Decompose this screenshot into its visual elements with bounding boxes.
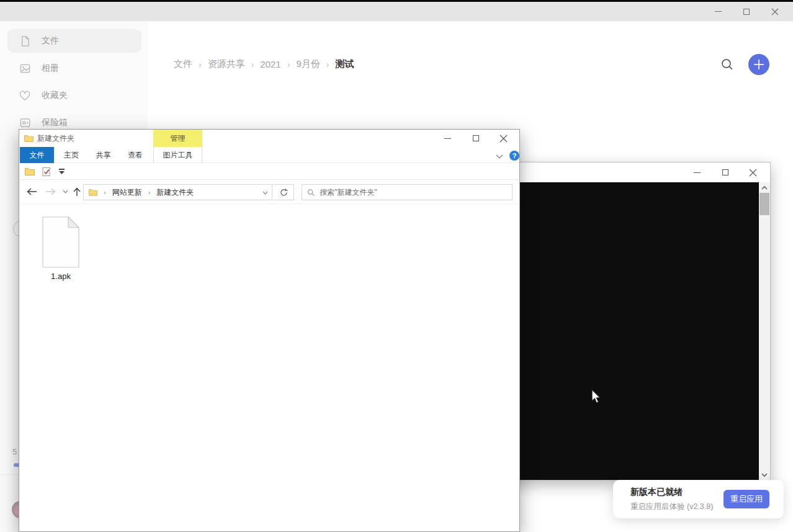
sidebar-item-label: 文件 <box>42 35 59 47</box>
explorer-minimize-button[interactable] <box>434 130 462 147</box>
search-icon <box>720 57 735 72</box>
sidebar-item-label: 相册 <box>42 63 59 74</box>
tab-picture-tools[interactable]: 图片工具 <box>153 147 202 163</box>
ribbon-expand-button[interactable] <box>496 151 506 161</box>
document-icon <box>19 35 31 47</box>
sidebar-item-label: 收藏夹 <box>42 90 68 101</box>
close-icon <box>749 169 757 177</box>
scrollbar-thumb[interactable] <box>759 193 769 215</box>
explorer-maximize-button[interactable] <box>462 130 490 147</box>
folder-icon[interactable] <box>25 167 35 175</box>
player-maximize-button[interactable] <box>711 162 739 182</box>
mouse-cursor <box>591 389 601 406</box>
app-minimize-button[interactable] <box>704 2 732 21</box>
search-icon <box>307 188 315 197</box>
refresh-button[interactable] <box>274 184 294 200</box>
album-icon <box>19 62 31 74</box>
ribbon-contextual-group-manage: 管理 <box>153 130 202 147</box>
arrow-left-icon <box>27 188 37 195</box>
add-button[interactable] <box>748 54 769 75</box>
storage-partial-text: 5 <box>12 447 17 456</box>
customize-qat-icon[interactable] <box>59 169 65 174</box>
app-close-button[interactable] <box>761 2 789 21</box>
maximize-icon <box>473 135 479 141</box>
sidebar-item-albums[interactable]: 相册 <box>7 56 141 80</box>
breadcrumb-current: 测试 <box>335 58 354 70</box>
minimize-icon <box>694 172 701 173</box>
address-segment[interactable]: 网站更新 <box>112 187 142 198</box>
explorer-title: 新建文件夹 <box>37 133 74 144</box>
breadcrumb-separator: › <box>199 60 202 69</box>
explorer-content[interactable]: 1.apk <box>19 203 519 531</box>
tab-share[interactable]: 共享 <box>88 147 119 163</box>
folder-icon <box>89 188 97 196</box>
safe-icon <box>19 117 31 129</box>
player-scrollbar[interactable] <box>759 182 770 480</box>
explorer-window: 新建文件夹 管理 文件 主页 共享 查看 图片工具 ? <box>19 129 520 532</box>
breadcrumb-separator: › <box>251 60 254 69</box>
close-icon <box>500 135 508 143</box>
scroll-up-icon[interactable] <box>759 182 770 193</box>
sidebar-item-files[interactable]: 文件 <box>7 29 141 53</box>
sidebar-divider <box>0 474 19 475</box>
address-segment[interactable]: 新建文件夹 <box>156 187 194 198</box>
back-button[interactable] <box>25 184 38 199</box>
breadcrumb-separator: › <box>326 60 329 69</box>
file-item[interactable]: 1.apk <box>33 216 89 281</box>
sidebar-item-label: 保险箱 <box>42 117 68 128</box>
address-separator: › <box>148 188 151 196</box>
minimize-icon <box>444 138 451 139</box>
address-separator: › <box>104 188 106 196</box>
file-icon <box>42 216 79 268</box>
app-titlebar <box>0 2 793 21</box>
file-name: 1.apk <box>51 272 71 281</box>
properties-check-icon[interactable] <box>42 167 52 177</box>
address-bar[interactable]: › 网站更新 › 新建文件夹 <box>83 184 272 200</box>
explorer-close-button[interactable] <box>490 130 517 147</box>
breadcrumb-segment[interactable]: 9月份 <box>296 58 320 70</box>
chevron-down-icon <box>496 154 503 159</box>
breadcrumb-segment[interactable]: 资源共享 <box>208 58 245 70</box>
ribbon-tab-row: 文件 主页 共享 查看 图片工具 <box>19 147 519 163</box>
tab-file[interactable]: 文件 <box>20 147 54 163</box>
scroll-down-icon[interactable] <box>759 469 770 480</box>
player-close-button[interactable] <box>739 162 767 182</box>
app-search-button[interactable] <box>720 57 735 72</box>
explorer-search-input[interactable] <box>320 188 507 197</box>
breadcrumb: 文件 › 资源共享 › 2021 › 9月份 › 测试 <box>174 58 354 70</box>
chevron-down-icon <box>262 191 268 195</box>
forward-button[interactable] <box>43 184 57 199</box>
up-button[interactable] <box>70 184 84 199</box>
help-button[interactable]: ? <box>509 151 519 161</box>
minimize-icon <box>715 11 722 12</box>
screen: 文件 相册 收藏夹 保险箱 5 <box>0 0 793 532</box>
toast-title: 新版本已就绪 <box>630 487 683 498</box>
app-maximize-button[interactable] <box>732 2 761 21</box>
address-dropdown-button[interactable] <box>262 188 268 197</box>
heart-icon <box>19 89 31 102</box>
breadcrumb-separator: › <box>287 60 290 69</box>
breadcrumb-segment[interactable]: 2021 <box>260 59 280 69</box>
arrow-right-icon <box>45 188 56 195</box>
explorer-search-box[interactable] <box>302 184 513 200</box>
toast-subtitle: 重启应用后体验 (v2.3.8) <box>630 502 713 512</box>
navigation-bar: › 网站更新 › 新建文件夹 <box>19 180 519 203</box>
player-minimize-button[interactable] <box>683 162 711 182</box>
refresh-icon <box>280 188 288 197</box>
close-icon <box>771 8 779 16</box>
explorer-titlebar: 新建文件夹 <box>19 130 519 147</box>
sidebar-item-favorites[interactable]: 收藏夹 <box>7 84 141 107</box>
tab-view[interactable]: 查看 <box>120 147 150 163</box>
restart-app-button[interactable]: 重启应用 <box>724 490 769 508</box>
breadcrumb-segment[interactable]: 文件 <box>174 58 192 70</box>
chevron-down-icon <box>63 190 68 193</box>
maximize-icon <box>743 9 750 15</box>
arrow-up-icon <box>73 187 81 197</box>
tab-home[interactable]: 主页 <box>56 147 86 163</box>
maximize-icon <box>722 169 728 175</box>
folder-icon <box>24 135 34 142</box>
quick-access-toolbar <box>19 164 519 180</box>
update-toast: 新版本已就绪 重启应用后体验 (v2.3.8) 重启应用 <box>613 480 784 518</box>
